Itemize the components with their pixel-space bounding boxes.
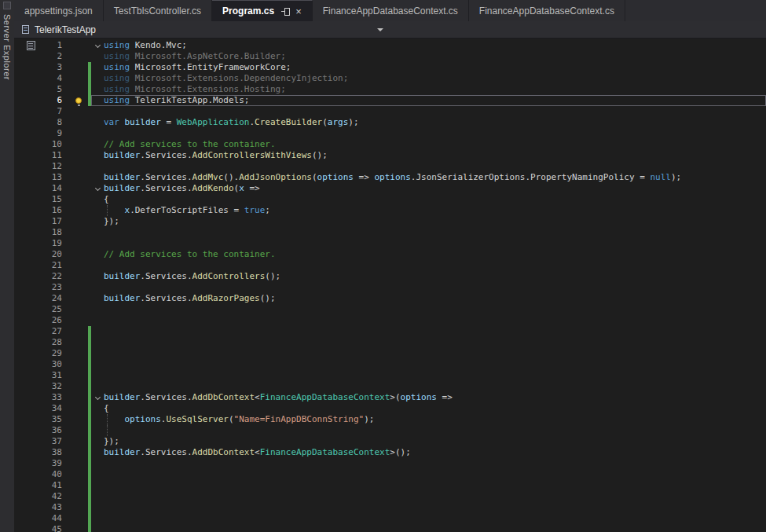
glyph-margin (69, 447, 88, 458)
line-number: 33 (14, 392, 69, 403)
line-body (91, 348, 766, 359)
glyph-margin (69, 282, 88, 293)
code-text[interactable]: builder.Services.AddMvc().AddJsonOptions… (104, 172, 681, 183)
code-line: 33builder.Services.AddDbContext<FinanceA… (14, 392, 766, 403)
token: }); (104, 436, 119, 446)
code-text[interactable]: using Microsoft.EntityFrameworkCore; (104, 62, 291, 73)
token: options (374, 172, 410, 182)
line-body (91, 491, 766, 502)
code-text[interactable]: using TelerikTestApp.Models; (104, 95, 249, 106)
line-number: 34 (14, 403, 69, 414)
document-glyph-icon (27, 41, 35, 50)
lightbulb-icon[interactable] (75, 97, 82, 104)
line-number: 37 (14, 436, 69, 447)
code-line: 24builder.Services.AddRazorPages(); (14, 293, 766, 304)
token: x (239, 183, 244, 193)
indent-guide (107, 414, 108, 425)
code-text[interactable]: using Microsoft.AspNetCore.Builder; (104, 51, 286, 62)
fold-margin (91, 73, 104, 84)
code-text[interactable]: using Microsoft.Extensions.DependencyInj… (104, 73, 348, 84)
token: { (104, 403, 109, 413)
tab-FinanceAppDatabaseContext.cs[interactable]: FinanceAppDatabaseContext.cs (469, 0, 625, 21)
tab-appsettings.json[interactable]: appsettings.json (14, 0, 104, 21)
code-text[interactable]: { (104, 194, 109, 205)
code-text[interactable]: builder.Services.AddDbContext<FinanceApp… (104, 447, 411, 458)
line-number: 9 (14, 128, 69, 139)
code-line: 37}); (14, 436, 766, 447)
token: using (104, 62, 130, 72)
code-line: 15{ (14, 194, 766, 205)
code-text[interactable]: using Microsoft.Extensions.Hosting; (104, 84, 286, 95)
fold-margin (91, 282, 104, 293)
token: AddJsonOptions (239, 172, 312, 182)
code-text[interactable]: // Add services to the container. (104, 139, 276, 150)
code-text[interactable]: builder.Services.AddRazorPages(); (104, 293, 276, 304)
collapse-chevron-icon[interactable] (94, 42, 100, 47)
line-body: }); (91, 216, 766, 227)
collapse-chevron-icon[interactable] (94, 185, 100, 190)
code-text[interactable]: builder.Services.AddControllers(); (104, 271, 280, 282)
fold-margin (91, 238, 104, 249)
fold-margin (91, 260, 104, 271)
code-line: 29 (14, 348, 766, 359)
glyph-margin (69, 480, 88, 491)
tab-FinanceAppDatabaseContext.cs[interactable]: FinanceAppDatabaseContext.cs (313, 0, 469, 21)
glyph-margin (69, 51, 88, 62)
glyph-margin (69, 304, 88, 315)
glyph-margin (69, 502, 88, 513)
line-body (91, 381, 766, 392)
code-text[interactable]: builder.Services.AddControllersWithViews… (104, 150, 328, 161)
token: args (328, 117, 349, 127)
token: using (104, 73, 130, 83)
collapse-chevron-icon[interactable] (94, 394, 100, 399)
token: AddKendo (192, 183, 234, 193)
glyph-margin (69, 337, 88, 348)
glyph-margin (69, 513, 88, 524)
code-text[interactable]: builder.Services.AddKendo(x => (104, 183, 260, 194)
fold-margin (91, 425, 104, 436)
code-text[interactable]: }); (104, 216, 119, 227)
fold-margin (91, 194, 104, 205)
code-text[interactable]: builder.Services.AddDbContext<FinanceApp… (104, 392, 453, 403)
code-text[interactable]: var builder = WebApplication.CreateBuild… (104, 117, 359, 128)
line-number: 42 (14, 491, 69, 502)
project-name: TelerikTestApp (35, 24, 96, 35)
close-icon[interactable]: × (295, 6, 302, 17)
glyph-margin (69, 348, 88, 359)
code-line: 19 (14, 238, 766, 249)
tab-label: FinanceAppDatabaseContext.cs (479, 6, 614, 17)
tab-TestTblsController.cs[interactable]: TestTblsController.cs (104, 0, 212, 21)
tab-label: Program.cs (222, 6, 274, 17)
fold-margin (91, 216, 104, 227)
code-text[interactable]: options.UseSqlServer("Name=FinAppDBConnS… (104, 414, 374, 425)
pin-icon[interactable] (281, 7, 290, 16)
server-explorer-tab[interactable]: Server Explorer (2, 14, 12, 80)
line-number: 16 (14, 205, 69, 216)
code-line: 4using Microsoft.Extensions.DependencyIn… (14, 73, 766, 84)
glyph-margin (69, 62, 88, 73)
code-text[interactable]: // Add services to the container. (104, 249, 276, 260)
code-line: 7 (14, 106, 766, 117)
line-number: 4 (14, 73, 69, 84)
fold-margin (91, 62, 104, 73)
line-number: 25 (14, 304, 69, 315)
code-text[interactable]: }); (104, 436, 119, 447)
token: ; (265, 205, 270, 215)
line-body (91, 238, 766, 249)
line-body: builder.Services.AddControllersWithViews… (91, 150, 766, 161)
code-line: 27 (14, 326, 766, 337)
token: ( (322, 117, 328, 127)
tab-Program.cs[interactable]: Program.cs× (212, 0, 313, 21)
code-text[interactable]: { (104, 403, 109, 414)
line-number: 41 (14, 480, 69, 491)
indent-guide (107, 205, 108, 216)
fold-margin (91, 139, 104, 150)
document-dropdown[interactable]: TelerikTestApp (14, 21, 390, 38)
token: "Name=FinAppDBConnString" (234, 414, 365, 424)
glyph-margin (69, 359, 88, 370)
line-number: 21 (14, 260, 69, 271)
code-text[interactable]: x.DeferToScriptFiles = true; (104, 205, 270, 216)
fold-margin (91, 205, 104, 216)
line-number: 32 (14, 381, 69, 392)
code-text[interactable]: using Kendo.Mvc; (104, 40, 187, 51)
